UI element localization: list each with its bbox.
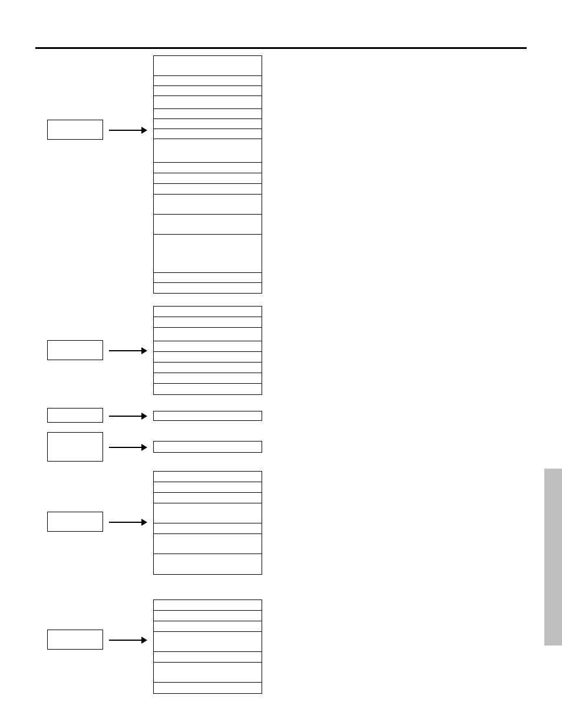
list-row-label (154, 76, 262, 85)
list-row-label (154, 139, 262, 162)
list-row (154, 139, 262, 163)
list-row-label (154, 195, 262, 214)
side-tab (544, 469, 562, 645)
list-row-label (154, 600, 262, 610)
arrow-right-icon (109, 416, 147, 417)
list-row-label (154, 317, 262, 327)
list-row-label (154, 384, 262, 394)
list-row (154, 373, 262, 384)
source-label (48, 341, 103, 360)
list-row (154, 384, 262, 394)
list-row (154, 273, 262, 283)
source-label (48, 433, 103, 461)
list-row-label (154, 215, 262, 234)
list-row-label (154, 373, 262, 383)
list-row (154, 534, 262, 554)
list-row (154, 523, 262, 534)
list-row (154, 663, 262, 683)
arrow-right-icon (109, 447, 147, 448)
list-row (154, 173, 262, 184)
list-row-label (154, 493, 262, 503)
list-row (154, 307, 262, 317)
list-row-label (154, 235, 262, 272)
list-row (154, 96, 262, 109)
list-row (154, 600, 262, 611)
list-row (154, 184, 262, 195)
list-row (154, 195, 262, 215)
list-box (153, 411, 262, 421)
list-row-label (154, 442, 262, 452)
list-row (154, 482, 262, 493)
list-row-label (154, 411, 262, 420)
list-row-label (154, 341, 262, 351)
list-row-label (154, 363, 262, 373)
list-row-label (154, 632, 262, 651)
source-label (48, 630, 103, 649)
list-row (154, 621, 262, 632)
list-row (154, 352, 262, 363)
list-row-label (154, 663, 262, 682)
source-label (48, 120, 103, 139)
list-row (154, 442, 262, 452)
list-row (154, 283, 262, 293)
list-row (154, 554, 262, 574)
list-row-label (154, 652, 262, 662)
page: { "groups": [ { "id": "group-1", "top": … (0, 0, 562, 728)
list-row (154, 109, 262, 119)
source-box (47, 408, 103, 423)
source-box (47, 120, 103, 140)
source-label (48, 512, 103, 531)
arrow-right-icon (109, 640, 147, 641)
list-row (154, 683, 262, 693)
list-row-label (154, 119, 262, 129)
list-row-label (154, 503, 262, 523)
source-box (47, 432, 103, 462)
list-row-label (154, 621, 262, 631)
source-label (48, 409, 103, 422)
list-row-label (154, 554, 262, 574)
list-row (154, 317, 262, 328)
list-row-label (154, 534, 262, 554)
list-row-label (154, 109, 262, 118)
arrow-right-icon (109, 522, 147, 523)
list-row (154, 163, 262, 173)
arrow-right-icon (109, 130, 147, 131)
list-row-label (154, 283, 262, 293)
list-row (154, 56, 262, 76)
list-row (154, 86, 262, 96)
list-row-label (154, 163, 262, 173)
list-row (154, 472, 262, 482)
list-row-label (154, 184, 262, 194)
list-row (154, 119, 262, 129)
list-row-label (154, 328, 262, 341)
list-row-label (154, 129, 262, 139)
list-row (154, 493, 262, 503)
list-row-label (154, 352, 262, 362)
list-row-label (154, 683, 262, 693)
list-row-label (154, 482, 262, 492)
header-rule (35, 47, 527, 49)
list-row (154, 611, 262, 621)
list-row-label (154, 472, 262, 482)
list-box (153, 471, 262, 575)
list-row (154, 129, 262, 139)
list-row (154, 215, 262, 235)
list-row (154, 76, 262, 86)
arrow-right-icon (109, 350, 147, 351)
list-row (154, 411, 262, 420)
list-row (154, 328, 262, 341)
list-row-label (154, 307, 262, 317)
list-box (153, 306, 262, 395)
list-box (153, 441, 262, 453)
list-row (154, 632, 262, 652)
source-box (47, 340, 103, 360)
list-row-label (154, 611, 262, 621)
list-row-label (154, 523, 262, 533)
list-row (154, 503, 262, 523)
source-box (47, 512, 103, 532)
list-row (154, 363, 262, 373)
list-box (153, 599, 262, 694)
list-row (154, 652, 262, 663)
list-row-label (154, 273, 262, 282)
list-row-label (154, 56, 262, 75)
